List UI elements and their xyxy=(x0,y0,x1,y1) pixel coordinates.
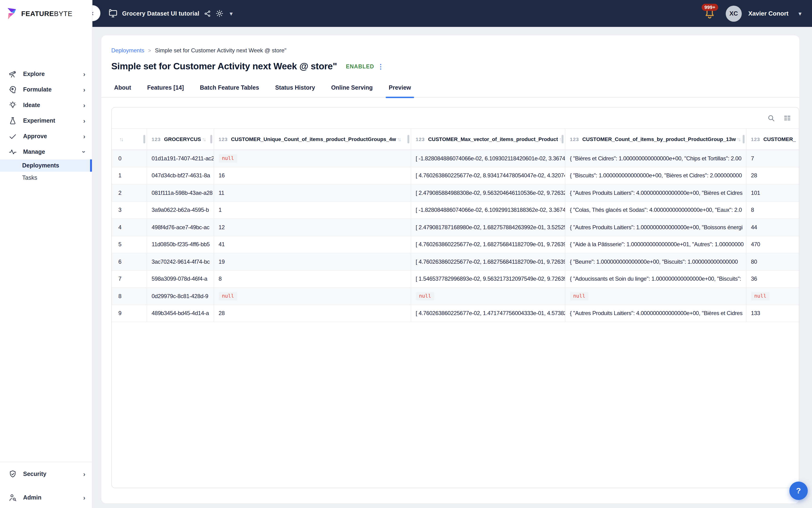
main-area: Deployments > Simple set for Customer Ac… xyxy=(92,27,812,508)
table-cell: 498f4d76-ace7-49bc-ac xyxy=(147,219,214,236)
column-header-row-index[interactable]: ↑↓ xyxy=(112,129,147,150)
notifications-bell-icon[interactable]: 999+ xyxy=(704,6,716,20)
sidebar-item-security[interactable]: Security› xyxy=(0,466,92,481)
column-resize-handle[interactable] xyxy=(210,135,212,143)
table-cell: { "Biscuits": 1.000000000000000e+00, "Bi… xyxy=(565,167,746,184)
table-cell: 41 xyxy=(214,236,411,253)
lightbulb-icon xyxy=(8,101,17,109)
table-row[interactable]: 7598a3099-078d-46f4-a8[ 1.54653778299689… xyxy=(112,270,799,288)
tab-features-14[interactable]: Features [14] xyxy=(146,84,185,97)
table-row[interactable]: 4498f4d76-ace7-49bc-ac12[ 2.479081787168… xyxy=(112,219,799,236)
table-cell: { "Autres Produits Laitiers": 4.00000000… xyxy=(565,305,746,322)
table-cell: null xyxy=(746,288,799,305)
table-cell: { "Colas, Thés glacés et Sodas": 4.00000… xyxy=(565,201,746,219)
preview-table: ↑↓123GROCERYCUS↑↓123CUSTOMER_Unique_Coun… xyxy=(112,128,799,322)
sidebar-item-label: Formulate xyxy=(23,86,52,93)
sort-icon[interactable]: ↑↓ xyxy=(397,136,401,142)
sidebar-item-explore[interactable]: Explore› xyxy=(0,66,92,82)
numeric-type-icon: 123 xyxy=(416,136,425,142)
table-cell: [ 4.760263860225677e-02, 1.6827568411827… xyxy=(411,236,565,253)
help-button[interactable]: ? xyxy=(790,481,808,500)
table-cell: 470 xyxy=(746,236,799,253)
check-icon xyxy=(8,132,17,140)
column-resize-handle[interactable] xyxy=(561,135,563,143)
table-row[interactable]: 2081f111a-598b-43ae-a2811[ 2.47908588498… xyxy=(112,184,799,201)
sidebar-item-manage[interactable]: Manage› xyxy=(0,144,92,160)
row-index-cell: 5 xyxy=(112,236,147,253)
share-icon[interactable] xyxy=(204,10,211,17)
search-icon[interactable] xyxy=(767,114,775,122)
notification-count-badge: 999+ xyxy=(702,4,718,11)
avatar[interactable]: XC xyxy=(726,5,742,22)
tab-about[interactable]: About xyxy=(113,84,133,97)
column-resize-handle[interactable] xyxy=(407,135,409,143)
table-row[interactable]: 1047d34cb-bf27-4631-8a16[ 4.760263860225… xyxy=(112,167,799,184)
table-cell: 081f111a-598b-43ae-a28 xyxy=(147,184,214,201)
column-resize-handle[interactable] xyxy=(143,135,145,143)
breadcrumb-deployments-link[interactable]: Deployments xyxy=(111,47,144,54)
table-row[interactable]: 511d0850b-f235-4ff6-bb541[ 4.76026386022… xyxy=(112,236,799,253)
sort-icon[interactable]: ↑↓ xyxy=(202,136,206,142)
table-cell: 01d1a191-7407-4211-ac2 xyxy=(147,150,214,167)
catalog-name: Grocery Dataset UI tutorial xyxy=(122,10,199,17)
table-cell: [ 2.479081787168980e-02, 1.6827578842639… xyxy=(411,219,565,236)
sidebar-item-formulate[interactable]: Formulate› xyxy=(0,82,92,97)
column-header-customer-count-of-items-by-product-productgroup-13w[interactable]: 123CUSTOMER_Count_of_items_by_product_Pr… xyxy=(565,129,746,150)
sidebar-item-label: Security xyxy=(23,470,46,477)
row-index-cell: 7 xyxy=(112,270,147,288)
sort-icon[interactable]: ↑↓ xyxy=(737,136,741,142)
column-resize-handle[interactable] xyxy=(742,135,744,143)
tab-preview[interactable]: Preview xyxy=(388,84,413,97)
table-cell: 598a3099-078d-46f4-a xyxy=(147,270,214,288)
table-row[interactable]: 001d1a191-7407-4211-ac2null[ -1.82808488… xyxy=(112,150,799,167)
table-cell: 3ac70242-9614-4f74-bc xyxy=(147,253,214,270)
kebab-menu-icon[interactable]: ⋮ xyxy=(377,63,384,70)
column-header-customer-unique-count-of-items-product-productgroups-4w[interactable]: 123CUSTOMER_Unique_Count_of_items_produc… xyxy=(214,129,411,150)
table-cell: { "Adoucissants et Soin du linge": 1.000… xyxy=(565,270,746,288)
table-cell: null xyxy=(411,288,565,305)
logo[interactable]: FEATUREBYTE xyxy=(0,0,92,27)
preview-table-card: ↑↓123GROCERYCUS↑↓123CUSTOMER_Unique_Coun… xyxy=(111,107,799,488)
table-cell: { "Beurre": 1.000000000000000e+00, "Bisc… xyxy=(565,253,746,270)
table-cell: [ -1.828084886074066e-02, 6.109302118420… xyxy=(411,150,565,167)
table-row[interactable]: 80d29979c-8c81-428d-9nullnullnullnull xyxy=(112,288,799,305)
table-cell: [ 4.760263860225677e-02, 8.9341744780540… xyxy=(411,167,565,184)
sidebar-item-approve[interactable]: Approve› xyxy=(0,128,92,144)
user-menu-chevron-down-icon[interactable]: ▼ xyxy=(797,11,803,16)
table-cell: 12 xyxy=(214,219,411,236)
chevron-down-icon: › xyxy=(81,151,87,153)
sidebar-item-label: Approve xyxy=(23,133,47,139)
user-name[interactable]: Xavier Conort xyxy=(748,10,788,17)
column-header-label: CUSTOMER_ xyxy=(763,136,796,142)
sidebar-item-ideate[interactable]: Ideate› xyxy=(0,97,92,113)
tab-online-serving[interactable]: Online Serving xyxy=(330,84,374,97)
sidebar-item-label: Admin xyxy=(23,494,42,501)
table-cell: { "Autres Produits Laitiers": 4.00000000… xyxy=(565,184,746,201)
sidebar-item-tasks[interactable]: Tasks xyxy=(0,172,92,184)
column-settings-icon[interactable] xyxy=(783,114,791,122)
column-header-customer-max-vector-of-items-product-product[interactable]: 123CUSTOMER_Max_vector_of_items_product_… xyxy=(411,129,565,150)
column-header-grocerycus[interactable]: 123GROCERYCUS↑↓ xyxy=(147,129,214,150)
chevron-right-icon: › xyxy=(83,86,85,93)
sort-icon[interactable]: ↑↓ xyxy=(119,136,124,142)
sidebar-item-experiment[interactable]: Experiment› xyxy=(0,113,92,128)
table-row[interactable]: 63ac70242-9614-4f74-bc19[ 4.760263860225… xyxy=(112,253,799,270)
sidebar-item-deployments[interactable]: Deployments xyxy=(0,160,92,172)
sidebar-item-admin[interactable]: Admin› xyxy=(0,490,92,505)
catalog-switcher[interactable]: Grocery Dataset UI tutorial ▼ xyxy=(108,8,234,18)
row-index-cell: 0 xyxy=(112,150,147,167)
table-row[interactable]: 33a9a0622-b62a-4595-b1[ -1.8280848860740… xyxy=(112,201,799,219)
table-cell: 133 xyxy=(746,305,799,322)
table-cell: 8 xyxy=(214,270,411,288)
table-cell: 44 xyxy=(746,219,799,236)
tab-batch-feature-tables[interactable]: Batch Feature Tables xyxy=(198,84,261,97)
table-cell: 3a9a0622-b62a-4595-b xyxy=(147,201,214,219)
tab-status-history[interactable]: Status History xyxy=(274,84,317,97)
chevron-down-icon[interactable]: ▼ xyxy=(229,11,234,16)
pulse-icon xyxy=(8,147,17,156)
row-index-cell: 4 xyxy=(112,219,147,236)
featurebyte-logo-icon xyxy=(6,7,18,19)
gear-icon[interactable] xyxy=(216,9,224,17)
table-row[interactable]: 9489b3454-bd45-4d14-a28[ 4.7602638602256… xyxy=(112,305,799,322)
column-header-customer[interactable]: 123CUSTOMER_ xyxy=(746,129,799,150)
